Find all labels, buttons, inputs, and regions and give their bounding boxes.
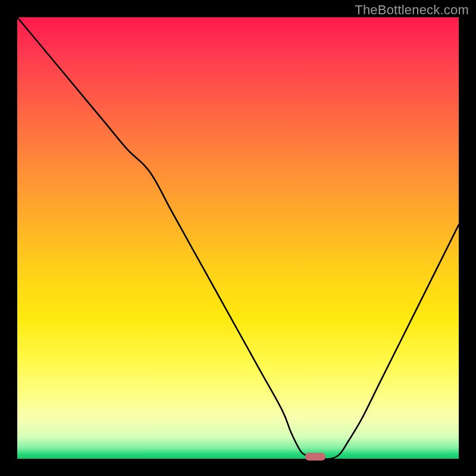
watermark-text: TheBottleneck.com — [355, 2, 469, 18]
gradient-plot-area — [17, 17, 459, 459]
chart-frame: TheBottleneck.com — [0, 0, 476, 476]
